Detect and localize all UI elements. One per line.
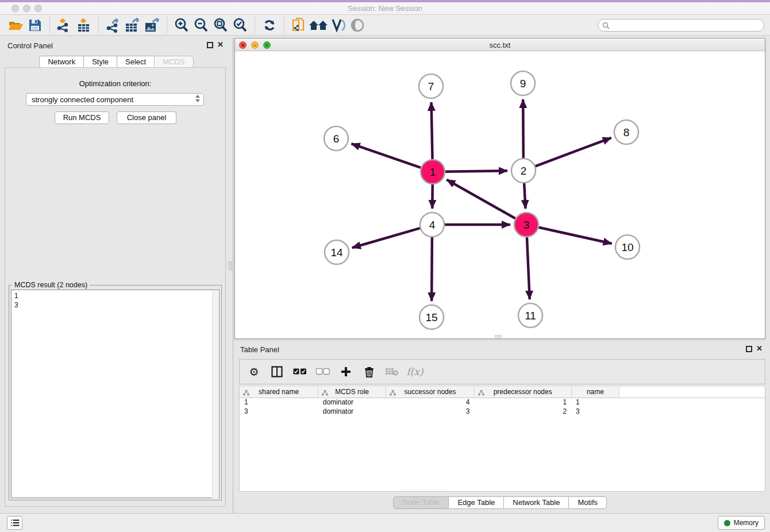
edge-1-2[interactable] [445, 171, 507, 171]
column-header-shared-name[interactable]: shared name [240, 387, 318, 398]
export-image-button[interactable] [143, 16, 162, 34]
tab-select[interactable]: Select [117, 56, 155, 68]
tab-style[interactable]: Style [83, 56, 117, 68]
import-network-button[interactable] [55, 16, 74, 34]
zoom-fit-icon [213, 17, 229, 33]
toolbar-separator [167, 17, 167, 33]
clone-network-button[interactable] [289, 16, 309, 34]
tab-network-table[interactable]: Network Table [503, 496, 569, 509]
add-row-button[interactable] [338, 363, 353, 380]
column-header-label: predecessor nodes [494, 388, 552, 396]
tab-motifs[interactable]: Motifs [568, 496, 607, 509]
open-folder-icon [8, 18, 24, 32]
refresh-layout-button[interactable] [260, 16, 279, 34]
zoom-in-icon [174, 17, 190, 33]
edge-1-7[interactable] [432, 102, 433, 159]
cell[interactable]: 3 [240, 407, 318, 416]
export-table-button[interactable] [123, 16, 143, 34]
zoom-fit-button[interactable] [211, 16, 230, 34]
edge-3-1[interactable] [446, 180, 515, 218]
criterion-dropdown[interactable]: strongly connected component [26, 93, 204, 106]
network-view-window: ✕ − + scc.txt 1234678910111415 [234, 38, 765, 339]
network-window-title: scc.txt [235, 41, 765, 49]
edge-3-10[interactable] [538, 228, 611, 244]
toolbar-separator [98, 17, 99, 33]
deselect-all-button[interactable] [315, 363, 330, 380]
cell[interactable]: 3 [571, 407, 619, 416]
control-panel-header: Control Panel ✕ [0, 38, 233, 53]
column-visibility-button[interactable] [270, 363, 284, 380]
close-table-panel-icon[interactable]: ✕ [756, 344, 763, 353]
edge-4-15[interactable] [432, 237, 432, 301]
save-session-button[interactable] [25, 16, 45, 34]
node-table[interactable]: shared nameMCDS rolesuccessor nodesprede… [240, 387, 765, 416]
column-header-successor-nodes[interactable]: successor nodes [386, 387, 475, 398]
close-panel-button[interactable]: Close panel [117, 111, 176, 124]
cell[interactable]: dominator [318, 398, 386, 407]
zoom-selected-button[interactable] [230, 16, 250, 34]
result-line: 1 [14, 291, 219, 300]
panel-divider[interactable] [233, 38, 233, 513]
edge-2-9[interactable] [523, 99, 523, 158]
tab-edge-table[interactable]: Edge Table [448, 496, 504, 509]
network-resize-grip[interactable] [495, 335, 502, 338]
import-table-button[interactable] [74, 16, 94, 34]
column-header-name[interactable]: name [571, 387, 619, 398]
cell[interactable]: 4 [386, 398, 475, 407]
network-window-titlebar[interactable]: ✕ − + scc.txt [235, 38, 765, 51]
node-label-10: 10 [621, 241, 633, 253]
column-header-label: successor nodes [404, 388, 456, 396]
table-row[interactable]: 1dominator411 [240, 398, 765, 407]
open-file-button[interactable] [6, 16, 25, 34]
export-network-button[interactable] [103, 16, 123, 34]
edge-2-8[interactable] [536, 138, 611, 166]
tab-network[interactable]: Network [39, 56, 84, 68]
edge-3-11[interactable] [527, 237, 530, 299]
mcds-result-textarea[interactable]: 13 [11, 290, 220, 498]
delete-row-button[interactable] [361, 363, 376, 380]
column-header-predecessor-nodes[interactable]: predecessor nodes [474, 387, 571, 398]
home-view-button[interactable] [309, 16, 328, 34]
column-type-icon [478, 390, 484, 398]
table-row[interactable]: 3dominator323 [240, 407, 765, 416]
float-panel-icon[interactable] [207, 42, 213, 48]
cell[interactable]: 1 [240, 398, 318, 407]
network-canvas[interactable]: 1234678910111415 [235, 51, 765, 338]
zoom-selected-icon [232, 17, 248, 33]
eye-button[interactable] [348, 16, 367, 34]
column-header-MCDS-role[interactable]: MCDS role [318, 387, 386, 398]
zoom-in-button[interactable] [172, 16, 191, 34]
panel-divider-grip[interactable] [229, 261, 232, 270]
float-table-panel-icon[interactable] [746, 346, 752, 352]
edge-1-6[interactable] [351, 144, 421, 168]
cell[interactable]: 2 [474, 407, 571, 416]
close-panel-icon[interactable]: ✕ [217, 40, 224, 49]
tab-node-table[interactable]: Node Table [393, 496, 449, 509]
node-label-14: 14 [330, 246, 343, 259]
zoom-out-button[interactable] [191, 16, 211, 34]
mcds-result-group: MCDS result (2 nodes) 13 [9, 285, 222, 500]
cell[interactable]: 1 [571, 398, 619, 407]
main-toolbar [0, 15, 770, 36]
select-all-button[interactable] [292, 363, 307, 380]
cell[interactable]: dominator [318, 407, 386, 416]
edge-4-14[interactable] [352, 228, 420, 248]
result-scrollbar[interactable] [212, 291, 218, 498]
titlebar-accent-strip [0, 0, 770, 2]
run-mcds-button[interactable]: Run MCDS [55, 111, 109, 124]
edge-2-3[interactable] [524, 183, 525, 209]
application-window: Session: New Session [0, 0, 770, 532]
task-history-button[interactable] [7, 516, 22, 530]
search-input[interactable] [610, 20, 764, 30]
memory-button[interactable]: Memory [718, 516, 765, 530]
network-graph: 1234678910111415 [235, 51, 765, 338]
hide-style-button[interactable] [328, 16, 348, 34]
column-header-label: MCDS role [335, 388, 369, 396]
table-settings-button[interactable]: ⚙ [247, 363, 261, 380]
node-label-2: 2 [521, 165, 527, 177]
cell[interactable]: 1 [474, 398, 571, 407]
cell[interactable]: 3 [386, 407, 475, 416]
tab-mcds[interactable]: MCDS [154, 56, 193, 68]
cell-filler [619, 407, 765, 416]
table-panel-header: Table Panel ✕ [234, 342, 765, 357]
